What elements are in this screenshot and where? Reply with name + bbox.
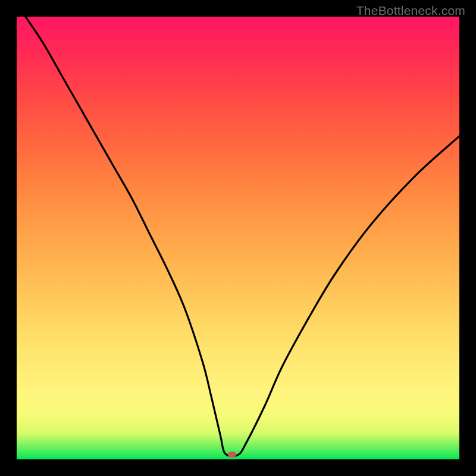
plot-area — [17, 17, 459, 459]
watermark-text: TheBottleneck.com — [356, 4, 465, 18]
min-marker — [228, 452, 236, 458]
bottleneck-curve — [17, 17, 459, 459]
chart-frame: TheBottleneck.com — [0, 0, 476, 476]
